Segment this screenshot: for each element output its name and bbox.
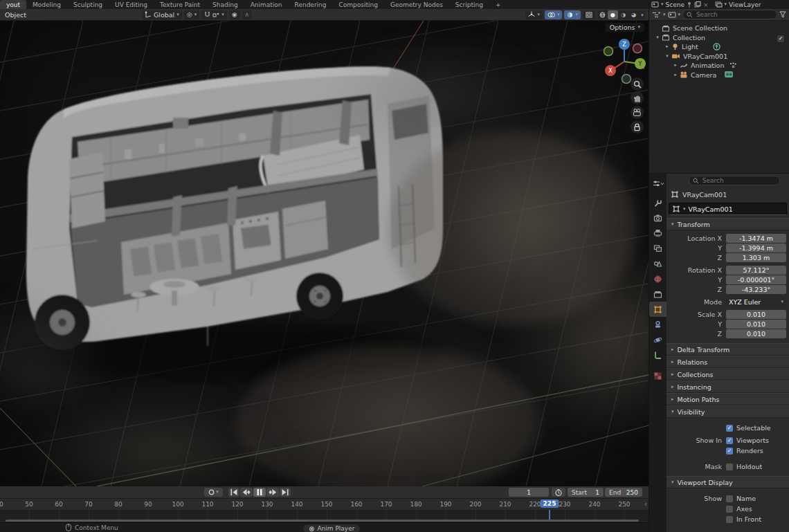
outliner-editor-dropdown[interactable] [652, 11, 661, 19]
use-preview-range-button[interactable] [552, 488, 565, 497]
viewport-display-panel-header[interactable]: ▾Viewport Display [666, 476, 789, 488]
outliner-item-collection[interactable]: ▾ Collection ✓ [653, 33, 789, 43]
tab-output-properties[interactable] [649, 226, 666, 241]
tab-viewlayer-properties[interactable] [649, 241, 666, 256]
tab-physics-properties[interactable] [649, 332, 666, 347]
show-gizmo-dropdown[interactable]: ▾ [525, 10, 543, 19]
chevron-right-icon[interactable]: ▸ [671, 73, 680, 77]
tab-compositing[interactable]: Compositing [333, 0, 384, 9]
location-z-field[interactable]: 1.303 m [726, 253, 786, 262]
motion-paths-panel-header[interactable]: ▸Motion Paths [666, 393, 789, 405]
pan-hand-button[interactable] [631, 91, 644, 104]
tab-animation[interactable]: Animation [244, 0, 289, 9]
chevron-right-icon[interactable]: ▸ [663, 44, 671, 49]
tab-geometry-nodes[interactable]: Geometry Nodes [384, 0, 449, 9]
chevron-down-icon[interactable]: ▾ [663, 12, 666, 17]
selectable-checkbox[interactable]: ✓Selectable [726, 424, 771, 432]
location-y-field[interactable]: -1.3994 m [726, 244, 786, 253]
collections-panel-header[interactable]: ▸Collections [666, 368, 789, 380]
pivot-point-dropdown[interactable]: ◎ ▾ [184, 10, 199, 19]
wireframe-shading-button[interactable] [597, 10, 608, 19]
previous-keyframe-button[interactable] [240, 488, 253, 497]
collection-checkbox[interactable]: ✓ [777, 35, 785, 43]
properties-search[interactable] [689, 176, 780, 185]
tab-collection-properties[interactable] [649, 286, 666, 302]
tab-constraint-properties[interactable] [649, 317, 666, 332]
viewlayer-icon[interactable] [715, 1, 723, 8]
xray-toggle[interactable]: ▾ [564, 10, 581, 19]
chevron-down-icon[interactable]: ▾ [725, 2, 727, 7]
instancing-panel-header[interactable]: ▸Instancing [666, 380, 789, 393]
show-axes-checkbox[interactable]: Axes [726, 505, 752, 513]
material-preview-button[interactable]: ◑ [618, 10, 628, 19]
show-name-checkbox[interactable]: Name [726, 495, 756, 502]
auto-keying-button[interactable]: ▾ [204, 488, 223, 497]
properties-search-input[interactable] [701, 176, 776, 185]
tab-texture-paint[interactable]: Texture Paint [154, 0, 206, 9]
show-in-front-checkbox[interactable]: In Front [726, 515, 761, 523]
show-in-viewports-checkbox[interactable]: ✓Viewports [726, 437, 769, 444]
outliner-search[interactable] [682, 10, 777, 19]
tab-object-data-properties[interactable] [649, 347, 666, 363]
viewport-3d-canvas[interactable]: Options ▾ Z Y X [0, 21, 649, 486]
lock-view-button[interactable] [631, 120, 644, 134]
scale-z-field[interactable]: 0.010 [726, 329, 786, 338]
snap-controls[interactable]: ▾ [201, 10, 227, 19]
timeline-sidebar-arrow[interactable]: ‹ [644, 500, 647, 508]
tab-texture-properties[interactable] [649, 368, 666, 383]
tab-render-properties[interactable] [649, 210, 666, 226]
zoom-tool-button[interactable] [631, 77, 644, 91]
filter-icon[interactable] [779, 11, 786, 18]
chevron-down-icon[interactable]: ▾ [653, 35, 662, 40]
tab-uv-editing[interactable]: UV Editing [109, 0, 154, 9]
outliner-item-animation[interactable]: ▸ Animation [653, 61, 789, 71]
transform-orientation-dropdown[interactable]: Global ▾ [142, 10, 182, 19]
playhead[interactable] [549, 510, 550, 520]
render-preview-region-button[interactable] [583, 10, 595, 19]
timeline-tracks[interactable] [0, 510, 649, 522]
holdout-checkbox[interactable]: Holdout [726, 463, 762, 470]
camera-view-button[interactable] [631, 106, 644, 119]
location-x-field[interactable]: -1.3474 m [726, 234, 786, 243]
properties-editor-dropdown[interactable] [649, 176, 666, 191]
scale-x-field[interactable]: 0.010 [726, 310, 786, 319]
rotation-z-field[interactable]: -43.233° [726, 285, 786, 294]
rotation-x-field[interactable]: 57.112° [726, 266, 786, 275]
tab-rendering[interactable]: Rendering [289, 0, 333, 9]
visibility-panel-header[interactable]: ▾Visibility [666, 405, 789, 418]
rotation-y-field[interactable]: -0.000001° [726, 275, 786, 284]
relations-panel-header[interactable]: ▸Relations [666, 356, 789, 368]
shading-dropdown[interactable]: ▾ [639, 10, 646, 19]
jump-to-start-button[interactable] [228, 488, 239, 497]
sidebar-toggle-arrow[interactable]: ‹ [642, 64, 645, 71]
delta-transform-panel-header[interactable]: ▸Delta Transform [666, 343, 789, 356]
viewlayer-name[interactable]: ViewLayer [729, 1, 761, 8]
scene-browse-icon[interactable] [651, 1, 659, 8]
scene-name[interactable]: Scene [666, 1, 684, 8]
chevron-down-icon[interactable]: ▾ [678, 12, 681, 17]
tab-world-properties[interactable] [649, 271, 666, 286]
current-frame-indicator[interactable]: 225 [541, 499, 559, 508]
tab-shading[interactable]: Shading [206, 0, 244, 9]
pause-button[interactable] [253, 488, 266, 497]
tab-layout[interactable]: yout [0, 0, 26, 9]
pin-icon[interactable] [687, 1, 692, 8]
chevron-down-icon[interactable]: ▾ [661, 2, 664, 7]
timeline-scrollbar[interactable] [6, 520, 639, 522]
timeline-ruler[interactable]: 40 50 60 70 80 90 100 110 120 130 140 15… [0, 499, 649, 510]
chevron-down-icon[interactable]: ▾ [663, 54, 671, 59]
show-overlays-toggle[interactable]: ▾ [545, 10, 563, 19]
outliner-search-input[interactable] [695, 10, 773, 19]
tab-scene-properties[interactable] [649, 256, 666, 271]
outliner-item-vraycam001[interactable]: ▾ VRayCam001 [653, 52, 789, 62]
mode-dropdown[interactable]: Object [2, 10, 29, 19]
add-workspace-button[interactable]: + [489, 0, 507, 9]
chevron-right-icon[interactable]: ▸ [671, 63, 680, 68]
tab-modeling[interactable]: Modeling [26, 0, 67, 9]
outliner-item-light[interactable]: ▸ Light [653, 42, 789, 52]
current-frame-field[interactable]: 1 [509, 488, 549, 497]
light-data-icon[interactable] [713, 43, 720, 51]
tab-tool-properties[interactable] [649, 195, 666, 210]
camera-visibility-icon[interactable] [724, 71, 734, 78]
proportional-falloff-dropdown[interactable]: ∧ [242, 10, 253, 19]
